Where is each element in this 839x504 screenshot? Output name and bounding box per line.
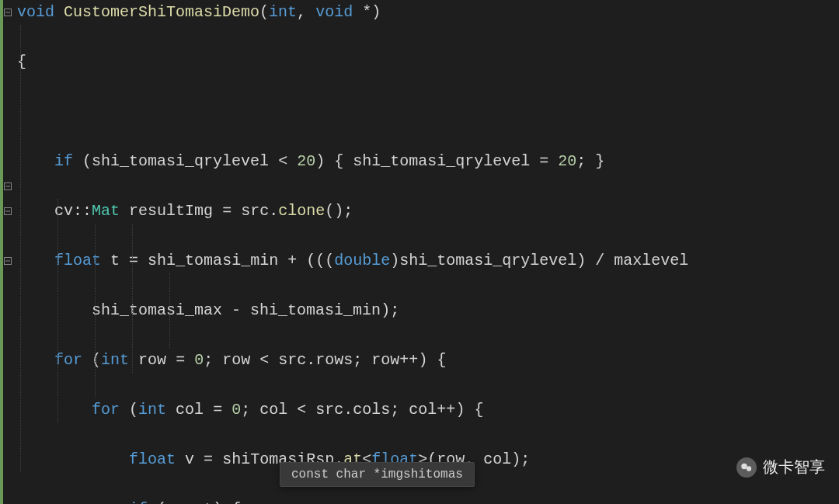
- id: row: [371, 351, 399, 369]
- function-name: CustomerShiTomasiDemo: [64, 3, 259, 21]
- wechat-icon: [736, 457, 757, 478]
- code-line: float t = shi_tomasi_min + (((double)shi…: [17, 249, 839, 273]
- keyword-for: for: [54, 351, 82, 369]
- id: col: [409, 401, 437, 419]
- id: rows: [315, 351, 353, 369]
- keyword-int: int: [138, 401, 166, 419]
- method: clone: [278, 202, 325, 220]
- keyword-int: int: [101, 351, 129, 369]
- fold-toggle-icon[interactable]: [4, 9, 12, 16]
- id: col: [259, 401, 287, 419]
- id: v: [166, 500, 176, 504]
- code-line: void CustomerShiTomasiDemo(int, void *): [17, 0, 839, 25]
- code-editor[interactable]: void CustomerShiTomasiDemo(int, void *) …: [0, 0, 839, 504]
- svg-point-0: [741, 463, 747, 469]
- fold-toggle-icon[interactable]: [4, 257, 12, 265]
- code-line: {: [17, 50, 839, 75]
- fold-toggle-icon[interactable]: [4, 182, 12, 190]
- keyword-float: float: [54, 252, 101, 269]
- number: 20: [297, 152, 315, 170]
- keyword-float: float: [129, 450, 176, 468]
- code-area[interactable]: void CustomerShiTomasiDemo(int, void *) …: [16, 0, 839, 504]
- id: resultImg: [129, 202, 213, 220]
- code-line: for (int col = 0; col < src.cols; col++)…: [17, 398, 839, 422]
- id: col: [483, 450, 511, 468]
- code-line: shi_tomasi_max - shi_tomasi_min);: [17, 298, 839, 323]
- keyword-if: if: [129, 500, 148, 504]
- tooltip-text: const char *imgshitomas: [291, 468, 463, 481]
- id: row: [138, 351, 166, 369]
- id: v: [185, 450, 194, 468]
- watermark-text: 微卡智享: [763, 457, 825, 478]
- keyword-void: void: [17, 3, 54, 21]
- number: 0: [232, 401, 241, 419]
- code-line: if (shi_tomasi_qrylevel < 20) { shi_toma…: [17, 149, 839, 174]
- id: col: [176, 401, 204, 419]
- watermark: 微卡智享: [736, 457, 825, 478]
- id: cv: [54, 202, 73, 220]
- type: Mat: [92, 202, 120, 220]
- id: shi_tomasi_qrylevel: [399, 252, 576, 269]
- number: 20: [558, 152, 576, 170]
- id: shi_tomasi_min: [148, 252, 278, 269]
- id: src: [241, 202, 269, 220]
- id: maxlevel: [614, 252, 688, 269]
- fold-gutter: [3, 0, 12, 504]
- keyword-for: for: [92, 401, 120, 419]
- id: shi_tomasi_max: [92, 301, 222, 319]
- code-line: if (v > t) {: [17, 497, 839, 504]
- keyword-if: if: [54, 152, 73, 170]
- id: shi_tomasi_min: [250, 301, 381, 319]
- code-line: for (int row = 0; row < src.rows; row++)…: [17, 348, 839, 373]
- fold-toggle-icon[interactable]: [4, 207, 12, 215]
- id: src: [278, 351, 306, 369]
- id: shi_tomasi_qrylevel: [353, 152, 530, 170]
- svg-point-1: [747, 466, 751, 471]
- id: t: [204, 500, 213, 504]
- number: 0: [194, 351, 204, 369]
- id: shi_tomasi_qrylevel: [92, 152, 269, 170]
- keyword-double: double: [334, 252, 390, 269]
- keyword-int: int: [269, 3, 297, 21]
- code-line: [17, 99, 839, 124]
- code-line: cv::Mat resultImg = src.clone();: [17, 199, 839, 224]
- id: cols: [353, 401, 390, 419]
- id: row: [222, 351, 250, 369]
- hover-tooltip: const char *imgshitomas: [280, 462, 475, 487]
- id: src: [315, 401, 343, 419]
- keyword-void: void: [315, 3, 353, 21]
- id: t: [110, 252, 120, 269]
